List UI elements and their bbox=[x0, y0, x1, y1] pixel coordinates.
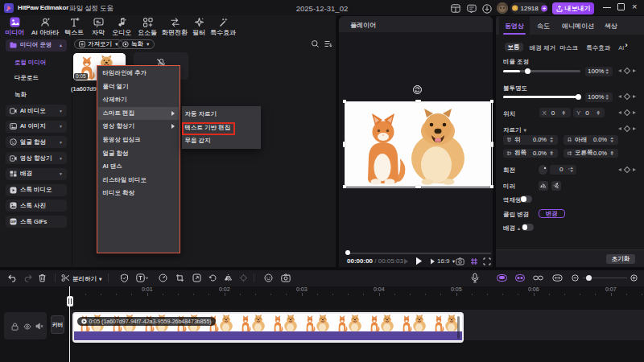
svg-text:GIF: GIF bbox=[10, 220, 16, 224]
